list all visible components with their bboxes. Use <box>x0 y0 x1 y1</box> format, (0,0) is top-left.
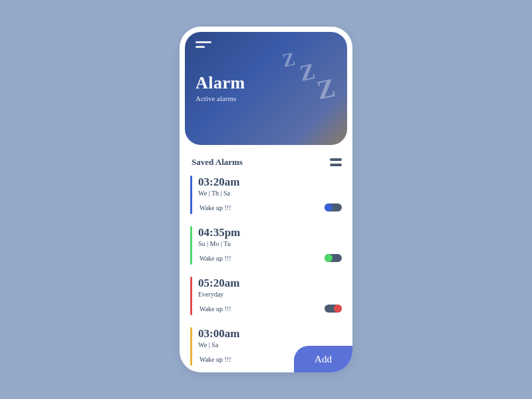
list-title: Saved Alarms <box>192 157 243 168</box>
alarm-label: Wake up !!! <box>198 356 231 363</box>
alarm-label: Wake up !!! <box>198 255 231 262</box>
alarm-toggle[interactable] <box>325 305 342 313</box>
alarm-toggle[interactable] <box>325 254 342 262</box>
alarm-time: 03:00am <box>198 327 342 340</box>
menu-icon[interactable] <box>196 41 211 48</box>
add-button-label: Add <box>315 354 332 365</box>
add-button[interactable]: Add <box>294 346 352 372</box>
alarm-time: 05:20am <box>198 277 342 290</box>
hero-card: Alarm Active alarms ZZZ <box>185 32 347 145</box>
toggle-knob <box>325 254 332 262</box>
alarm-list: Saved Alarms 03:20am We | Th | Sa Wake u… <box>180 145 352 372</box>
alarm-item[interactable]: 05:20am Everyday Wake up !!! <box>190 275 342 322</box>
alarm-time: 03:20am <box>198 176 342 189</box>
alarm-days: Su | Mo | Tu <box>198 240 342 247</box>
alarm-label: Wake up !!! <box>198 204 231 211</box>
alarm-days: Everyday <box>198 291 342 298</box>
list-options-icon[interactable] <box>330 158 342 166</box>
alarm-label: Wake up !!! <box>198 305 231 313</box>
toggle-knob <box>325 203 332 211</box>
hero-subtitle: Active alarms <box>196 94 336 102</box>
alarm-item[interactable]: 03:20am We | Th | Sa Wake up !!! <box>190 174 342 221</box>
alarm-time: 04:35pm <box>198 226 342 239</box>
alarm-days: We | Th | Sa <box>198 190 342 197</box>
phone-frame: Alarm Active alarms ZZZ Saved Alarms 03:… <box>180 27 352 372</box>
alarm-toggle[interactable] <box>325 203 342 211</box>
toggle-knob <box>334 305 342 313</box>
alarm-item[interactable]: 04:35pm Su | Mo | Tu Wake up !!! <box>190 225 342 271</box>
